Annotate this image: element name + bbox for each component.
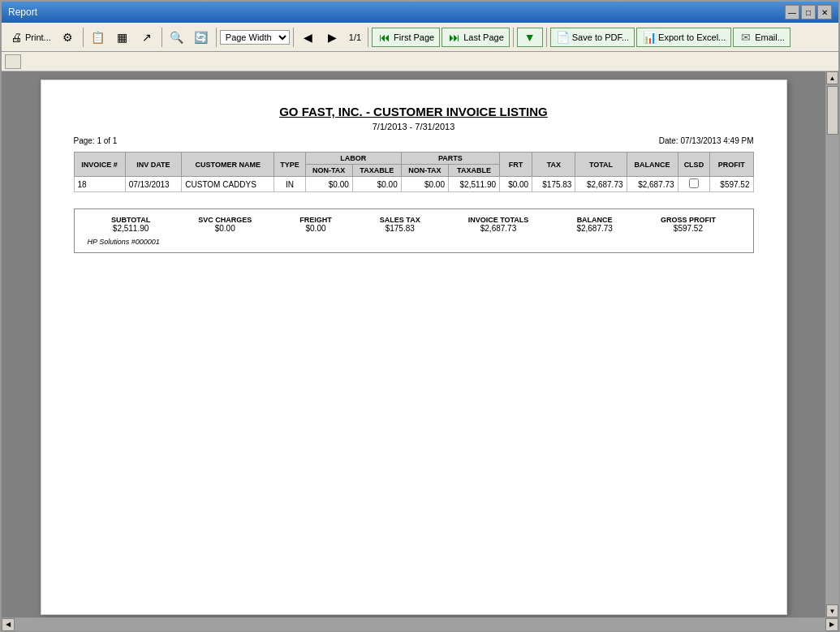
- freight-value: $0.00: [299, 224, 332, 233]
- main-toolbar: 🖨 Print... ⚙ 📋 ▦ ↗ 🔍 🔄 Page Width: [2, 23, 838, 52]
- col-labor-non-tax: NON-TAX: [305, 165, 352, 177]
- col-inv-date: INV DATE: [125, 153, 182, 177]
- vertical-scrollbar[interactable]: ▲ ▼: [825, 71, 838, 617]
- col-invoice-num: INVOICE #: [74, 153, 125, 177]
- email-icon: ✉: [739, 30, 753, 45]
- secondary-bar: [2, 52, 838, 71]
- col-type: TYPE: [274, 153, 305, 177]
- col-labor-header: LABOR: [305, 153, 401, 165]
- cell-labor-non-tax: $0.00: [305, 177, 352, 192]
- page-width-select[interactable]: Page Width Whole Page 50% 75% 100% 150% …: [221, 31, 289, 44]
- maximize-button[interactable]: □: [801, 5, 816, 19]
- footer-balance: BALANCE $2,687.73: [576, 216, 613, 233]
- print-icon: 🖨: [9, 30, 24, 45]
- email-label: Email...: [755, 32, 785, 42]
- footer-row: SUBTOTAL $2,511.90 SVC CHARGES $0.00 FRE…: [88, 216, 740, 233]
- setup-button[interactable]: ⚙: [57, 28, 80, 47]
- scroll-up-button[interactable]: ▲: [826, 71, 838, 84]
- toggle-btn[interactable]: [5, 54, 21, 69]
- refresh-button[interactable]: 🔄: [190, 28, 213, 47]
- export-excel-button[interactable]: 📊 Export to Excel...: [636, 28, 731, 47]
- scroll-track[interactable]: [826, 84, 838, 604]
- save-to-button[interactable]: ▼: [517, 28, 543, 47]
- export-button[interactable]: ↗: [136, 28, 158, 47]
- scroll-h-track[interactable]: [15, 618, 825, 630]
- minimize-button[interactable]: —: [785, 5, 799, 19]
- cell-labor-taxable: $0.00: [352, 177, 401, 192]
- export-excel-label: Export to Excel...: [658, 32, 726, 42]
- svc-charges-label: SVC CHARGES: [198, 216, 252, 224]
- cell-type: IN: [274, 177, 305, 192]
- table-row: 18 07/13/2013 CUSTOM CADDYS IN $0.00 $0.…: [74, 177, 753, 192]
- report-date-text: Date: 07/13/2013 4:49 PM: [659, 136, 754, 145]
- cell-parts-taxable: $2,511.90: [448, 177, 499, 192]
- svc-charges-value: $0.00: [198, 224, 252, 233]
- freight-label: FREIGHT: [299, 216, 332, 224]
- col-balance: BALANCE: [627, 153, 678, 177]
- page-width-group[interactable]: Page Width Whole Page 50% 75% 100% 150% …: [220, 30, 290, 45]
- save-pdf-button[interactable]: 📄 Save to PDF...: [550, 28, 635, 47]
- pdf-icon: 📄: [556, 30, 571, 45]
- gross-profit-label: GROSS PROFIT: [661, 216, 716, 224]
- next-icon: ▶: [325, 30, 340, 45]
- cell-inv-date: 07/13/2013: [125, 177, 182, 192]
- scroll-thumb[interactable]: [827, 86, 838, 135]
- cell-parts-non-tax: $0.00: [401, 177, 448, 192]
- invoice-totals-value: $2,687.73: [468, 224, 529, 233]
- next-page-button[interactable]: ▶: [321, 28, 344, 47]
- sep7: [546, 28, 547, 47]
- footer-note: HP Solutions #000001: [88, 238, 740, 246]
- footer-totals: SUBTOTAL $2,511.90 SVC CHARGES $0.00 FRE…: [74, 209, 754, 253]
- refresh-icon: 🔄: [194, 30, 209, 45]
- subtotal-label: SUBTOTAL: [111, 216, 150, 224]
- prev-icon: ◀: [301, 30, 316, 45]
- report-window: Report — □ ✕ 🖨 Print... ⚙ 📋 ▦ ↗ 🔍: [0, 0, 840, 632]
- subtotal-value: $2,511.90: [111, 224, 150, 233]
- email-button[interactable]: ✉ Email...: [733, 28, 790, 47]
- sep5: [368, 28, 368, 47]
- setup-icon: ⚙: [61, 30, 75, 45]
- copy-button[interactable]: 📋: [87, 28, 110, 47]
- window-controls: — □ ✕: [785, 5, 832, 19]
- first-page-icon: ⏮: [377, 30, 392, 45]
- scroll-down-button[interactable]: ▼: [826, 604, 838, 617]
- prev-page-button[interactable]: ◀: [297, 28, 320, 47]
- scroll-left-button[interactable]: ◀: [2, 618, 15, 631]
- cell-balance: $2,687.73: [627, 177, 678, 192]
- sales-tax-label: SALES TAX: [380, 216, 420, 224]
- footer-invoice-totals: INVOICE TOTALS $2,687.73: [468, 216, 529, 233]
- cell-profit: $597.52: [710, 177, 753, 192]
- col-parts-taxable: TAXABLE: [448, 165, 499, 177]
- cell-invoice-num: 18: [74, 177, 125, 192]
- search-button[interactable]: 🔍: [166, 28, 188, 47]
- col-tax: TAX: [532, 153, 575, 177]
- last-page-button[interactable]: ⏭ Last Page: [442, 28, 510, 47]
- last-page-icon: ⏭: [447, 30, 462, 45]
- close-button[interactable]: ✕: [817, 5, 832, 19]
- sales-tax-value: $175.83: [380, 224, 420, 233]
- invoice-totals-label: INVOICE TOTALS: [468, 216, 529, 224]
- sep3: [216, 28, 217, 47]
- copy-icon: 📋: [91, 30, 106, 45]
- first-page-button[interactable]: ⏮ First Page: [372, 28, 440, 47]
- report-page: GO FAST, INC. - CUSTOMER INVOICE LISTING…: [41, 80, 787, 615]
- col-parts-non-tax: NON-TAX: [401, 165, 448, 177]
- cell-total: $2,687.73: [575, 177, 627, 192]
- col-labor-taxable: TAXABLE: [352, 165, 401, 177]
- footer-svc-charges: SVC CHARGES $0.00: [198, 216, 252, 233]
- report-title: GO FAST, INC. - CUSTOMER INVOICE LISTING: [74, 105, 754, 118]
- print-button[interactable]: 🖨 Print...: [5, 28, 55, 47]
- sep4: [293, 28, 294, 47]
- footer-gross-profit: GROSS PROFIT $597.52: [661, 216, 716, 233]
- save-to-icon: ▼: [523, 30, 537, 45]
- clsd-checkbox[interactable]: [689, 178, 699, 188]
- view-button[interactable]: ▦: [111, 28, 134, 47]
- gross-profit-value: $597.52: [661, 224, 716, 233]
- first-page-label: First Page: [394, 32, 434, 42]
- col-frt: FRT: [500, 153, 532, 177]
- invoice-table: INVOICE # INV DATE CUSTOMER NAME TYPE LA…: [74, 152, 754, 192]
- scroll-right-button[interactable]: ▶: [825, 618, 838, 631]
- view-icon: ▦: [115, 30, 130, 45]
- horizontal-scrollbar[interactable]: ◀ ▶: [2, 617, 838, 630]
- footer-subtotal: SUBTOTAL $2,511.90: [111, 216, 150, 233]
